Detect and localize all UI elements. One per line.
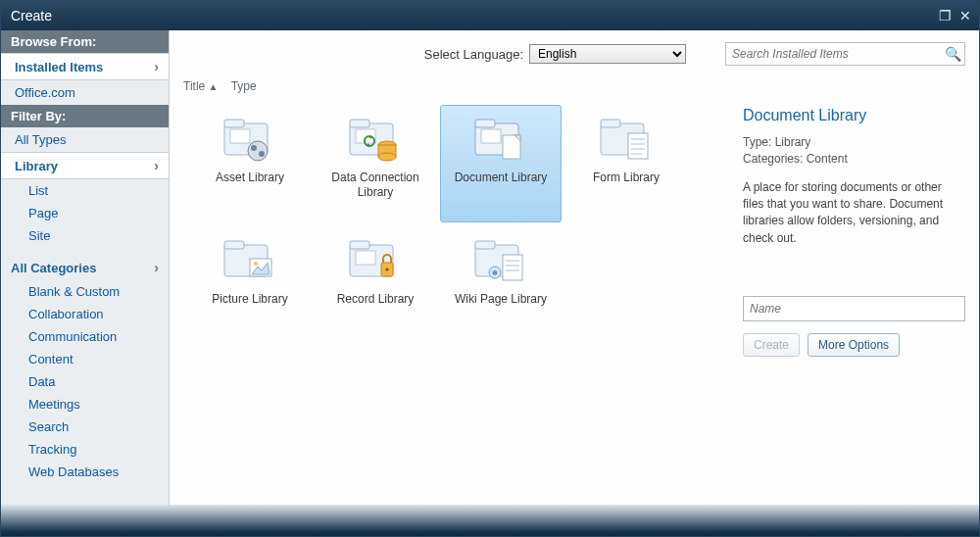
sort-type[interactable]: Type: [231, 79, 257, 93]
wiki-page-library-icon: ✽: [473, 237, 528, 284]
bottom-band: [1, 505, 979, 536]
sidebar-item-label: Office.com: [15, 85, 75, 100]
svg-rect-37: [503, 255, 522, 280]
filter-list[interactable]: List: [1, 179, 169, 202]
cat-data[interactable]: Data: [1, 370, 169, 393]
cat-tracking[interactable]: Tracking: [1, 438, 169, 461]
svg-rect-15: [481, 129, 501, 143]
svg-point-11: [378, 153, 396, 161]
picture-library-icon: [222, 237, 277, 284]
svg-rect-31: [350, 241, 369, 249]
chevron-right-icon: ›: [154, 158, 159, 173]
svg-rect-26: [224, 241, 244, 249]
create-button[interactable]: Create: [743, 333, 800, 357]
more-options-button[interactable]: More Options: [808, 333, 900, 357]
filter-page[interactable]: Page: [1, 202, 169, 224]
name-input[interactable]: [743, 296, 965, 321]
tile-data-connection-library[interactable]: Data Connection Library: [315, 105, 436, 222]
svg-point-3: [248, 141, 268, 161]
sidebar-item-label: All Categories: [11, 261, 96, 275]
svg-rect-32: [356, 251, 375, 265]
filter-library[interactable]: Library ›: [1, 152, 169, 179]
form-library-icon: [599, 116, 654, 163]
svg-rect-1: [224, 120, 244, 127]
create-dialog: Create ❐ ✕ Browse From: Installed Items …: [0, 0, 980, 537]
cat-search[interactable]: Search: [1, 415, 169, 438]
filter-site[interactable]: Site: [1, 224, 169, 247]
top-band: Select Language: English 🔍: [170, 30, 979, 73]
data-connection-library-icon: [348, 116, 403, 163]
svg-rect-7: [350, 120, 369, 127]
cat-collaboration[interactable]: Collaboration: [1, 303, 169, 325]
filter-all-types[interactable]: All Types: [1, 127, 169, 152]
details-panel: Document Library Type: Library Categorie…: [729, 73, 979, 505]
sort-title[interactable]: Title ▲: [183, 79, 221, 93]
maximize-icon[interactable]: ❐: [939, 9, 952, 23]
main-area: Select Language: English 🔍 Title ▲: [170, 30, 979, 505]
cat-content[interactable]: Content: [1, 348, 169, 370]
sidebar-item-label: Library: [15, 159, 58, 173]
details-title: Document Library: [743, 107, 965, 124]
cat-communication[interactable]: Communication: [1, 325, 169, 348]
search-input[interactable]: [726, 46, 941, 62]
tile-asset-library[interactable]: Asset Library: [189, 105, 311, 222]
svg-rect-36: [475, 241, 495, 249]
filter-all-categories[interactable]: All Categories ›: [1, 255, 169, 280]
cat-meetings[interactable]: Meetings: [1, 393, 169, 415]
sidebar-installed-items[interactable]: Installed Items ›: [1, 53, 169, 80]
document-library-icon: [473, 116, 528, 163]
svg-text:✽: ✽: [492, 269, 498, 276]
details-categories: Categories: Content: [743, 151, 965, 168]
svg-rect-2: [230, 129, 250, 143]
svg-point-29: [254, 262, 258, 266]
tile-picture-library[interactable]: Picture Library: [189, 226, 311, 344]
titlebar: Create ❐ ✕: [1, 1, 979, 30]
svg-point-5: [259, 151, 265, 157]
browse-from-header: Browse From:: [1, 30, 169, 53]
sidebar: Browse From: Installed Items › Office.co…: [1, 30, 170, 505]
svg-rect-19: [601, 120, 620, 127]
close-icon[interactable]: ✕: [959, 9, 971, 23]
svg-rect-20: [628, 133, 648, 159]
language-select[interactable]: English: [529, 44, 686, 64]
filter-by-header: Filter By:: [1, 105, 169, 127]
chevron-right-icon: ›: [154, 260, 159, 275]
language-label: Select Language:: [424, 47, 523, 62]
sidebar-item-label: Installed Items: [15, 60, 103, 74]
search-icon[interactable]: 🔍: [941, 46, 964, 62]
details-description: A place for storing documents or other f…: [743, 179, 965, 248]
chevron-right-icon: ›: [154, 59, 159, 74]
record-library-icon: [348, 237, 403, 284]
tile-document-library[interactable]: Document Library: [440, 105, 562, 222]
search-box: 🔍: [725, 42, 965, 66]
cat-blank-custom[interactable]: Blank & Custom: [1, 280, 169, 303]
svg-point-34: [385, 268, 388, 270]
tile-record-library[interactable]: Record Library: [315, 226, 436, 344]
sidebar-office-com[interactable]: Office.com: [1, 80, 169, 105]
details-type: Type: Library: [743, 134, 965, 151]
tile-wiki-page-library[interactable]: ✽ Wiki Page Library: [440, 226, 562, 344]
tile-form-library[interactable]: Form Library: [565, 105, 687, 222]
svg-rect-14: [475, 120, 495, 127]
asset-library-icon: [222, 116, 277, 163]
sort-asc-icon: ▲: [209, 81, 219, 92]
sidebar-item-label: All Types: [15, 132, 67, 147]
svg-point-4: [251, 145, 257, 151]
sort-row: Title ▲ Type: [170, 73, 729, 99]
window-title: Create: [11, 8, 931, 24]
template-grid: Asset Library: [189, 105, 710, 344]
cat-web-databases[interactable]: Web Databases: [1, 461, 169, 483]
